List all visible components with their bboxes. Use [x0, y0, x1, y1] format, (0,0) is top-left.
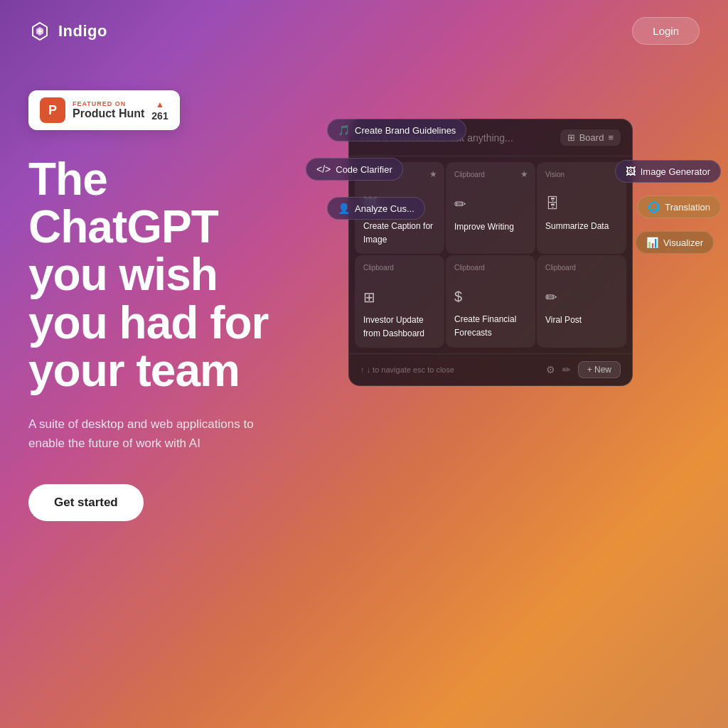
card-item[interactable]: Clipboard ✏ Improve Writing ★: [446, 162, 535, 254]
cards-grid: Vision 🖼 Create Caption for Image ★ Clip…: [349, 156, 632, 353]
card-icon: $: [454, 289, 527, 305]
footer-navigation-hint: ↑ ↓ to navigate esc to close: [360, 365, 454, 374]
chip-analyze: 👤 Analyze Cus...: [327, 197, 425, 220]
card-tag: Clipboard: [454, 171, 527, 178]
logo: Indigo: [28, 20, 107, 43]
hero-headline: The ChatGPT you wish you had for your te…: [28, 156, 327, 395]
card-title: Investor Update from Dashboard: [363, 315, 424, 338]
product-hunt-icon: P: [40, 97, 65, 123]
chip-code-label: Code Clarifier: [336, 164, 392, 175]
card-title: Create Caption for Image: [363, 221, 433, 245]
product-hunt-text: FEATURED ON Product Hunt: [73, 100, 144, 120]
left-section: P FEATURED ON Product Hunt ▲ 261 The Cha…: [28, 76, 327, 521]
right-section: 🎵 Create Brand Guidelines </> Code Clari…: [327, 76, 700, 521]
chip-image-generator: 🖼 Image Generator: [615, 160, 721, 183]
chip-create-label: Create Brand Guidelines: [355, 125, 456, 136]
chip-visualizer-icon: 📊: [646, 237, 658, 248]
card-tag: Vision: [545, 171, 618, 178]
card-title: Summarize Data: [545, 221, 609, 231]
card-tag: Clipboard: [363, 264, 436, 272]
card-item[interactable]: Vision 🗄 Summarize Data: [537, 162, 626, 254]
star-icon[interactable]: ★: [429, 169, 437, 179]
card-tag: Clipboard: [545, 264, 618, 272]
chip-analyze-label: Analyze Cus...: [355, 203, 414, 214]
chip-image-label: Image Generator: [641, 166, 710, 177]
card-title: Create Financial Forecasts: [454, 314, 516, 338]
logo-text: Indigo: [58, 22, 107, 41]
board-label: Board: [579, 132, 604, 143]
chip-analyze-icon: 👤: [338, 203, 350, 214]
chip-translation-label: Translation: [665, 202, 710, 213]
card-icon: 🗄: [545, 196, 618, 212]
header: Indigo Login: [0, 0, 728, 62]
new-button[interactable]: + New: [578, 361, 621, 378]
chip-visualizer-label: Visualizer: [663, 237, 703, 248]
panel-footer: ↑ ↓ to navigate esc to close ⚙ ✏ + New: [349, 353, 632, 385]
login-button[interactable]: Login: [632, 17, 700, 45]
hero-subtitle: A suite of desktop and web applications …: [28, 414, 256, 453]
get-started-button[interactable]: Get started: [28, 484, 144, 521]
chip-translation-icon: 🌐: [648, 201, 660, 213]
chip-visualizer: 📊 Visualizer: [636, 231, 714, 254]
star-icon[interactable]: ★: [520, 169, 528, 179]
chip-code-clarifier: </> Code Clarifier: [306, 158, 403, 181]
featured-on-label: FEATURED ON: [73, 100, 144, 107]
card-item[interactable]: Clipboard ⊞ Investor Update from Dashboa…: [355, 255, 444, 348]
card-tag: Clipboard: [454, 264, 527, 272]
edit-icon[interactable]: ✏: [562, 364, 571, 375]
board-badge: ⊞ Board ≡: [560, 129, 621, 146]
card-item[interactable]: Clipboard ✏ Viral Post: [537, 255, 626, 348]
card-title: Viral Post: [545, 315, 582, 325]
upvote-arrow: ▲: [156, 100, 164, 109]
card-icon: ⊞: [363, 289, 436, 306]
logo-icon: [28, 20, 51, 43]
main-content: P FEATURED ON Product Hunt ▲ 261 The Cha…: [0, 62, 728, 521]
chip-code-icon: </>: [316, 164, 331, 175]
card-icon: ✏: [545, 289, 618, 306]
board-grid-icon: ⊞: [567, 132, 575, 143]
card-item[interactable]: Clipboard $ Create Financial Forecasts: [446, 255, 535, 348]
settings-icon[interactable]: ⚙: [546, 364, 555, 375]
chip-translation: 🌐 Translation: [637, 196, 721, 218]
vote-count: ▲ 261: [151, 100, 168, 122]
card-icon: ✏: [454, 196, 527, 213]
product-hunt-badge[interactable]: P FEATURED ON Product Hunt ▲ 261: [28, 90, 180, 130]
card-title: Improve Writing: [454, 222, 514, 232]
chip-create-icon: 🎵: [338, 124, 350, 136]
footer-actions: ⚙ ✏ + New: [546, 361, 621, 378]
chip-create-brand: 🎵 Create Brand Guidelines: [327, 119, 466, 141]
chip-image-icon: 🖼: [626, 166, 636, 177]
product-hunt-name: Product Hunt: [73, 107, 144, 120]
vote-number: 261: [151, 110, 168, 122]
board-menu-icon: ≡: [608, 132, 614, 143]
